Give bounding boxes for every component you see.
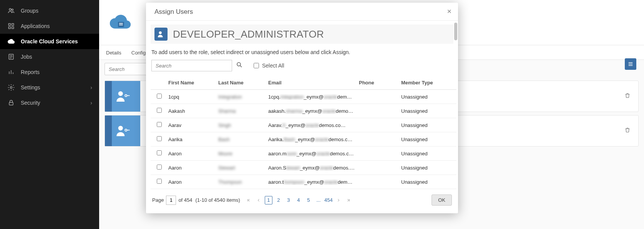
cell-first-name: Aakash <box>168 108 218 114</box>
cell-member-type: Unassigned <box>401 165 447 171</box>
first-page-icon[interactable] <box>245 196 252 204</box>
row-checkbox[interactable] <box>157 179 162 184</box>
cell-member-type: Unassigned <box>401 179 447 185</box>
cell-member-type: Unassigned <box>401 94 447 100</box>
modal-title: Assign Users <box>154 8 193 15</box>
page-link-1[interactable]: 1 <box>265 196 272 204</box>
cell-last-name: Stewart <box>218 165 268 171</box>
cell-first-name: Aarav <box>168 122 218 128</box>
cell-email: aaron.moore_eymx@oracledemos.c… <box>268 151 355 157</box>
col-last-name: Last Name <box>218 80 268 86</box>
modal-instruction: To add users to the role, select indirec… <box>146 44 458 60</box>
row-checkbox[interactable] <box>157 165 162 170</box>
row-checkbox[interactable] <box>157 94 162 99</box>
select-all-label: Select All <box>262 63 284 69</box>
col-member-type: Member Type <box>401 80 447 86</box>
select-all-checkbox[interactable] <box>254 63 259 68</box>
next-page-icon[interactable] <box>335 196 342 204</box>
page-input[interactable] <box>166 196 176 205</box>
modal-search-input[interactable] <box>151 60 232 71</box>
row-checkbox[interactable] <box>157 150 162 155</box>
modal-header: Assign Users ✕ <box>146 3 458 21</box>
users-table: First Name Last Name Email Phone Member … <box>151 76 456 189</box>
table-row: AaronThompsonaaron.thompson_eymx@oracled… <box>151 175 456 189</box>
modal-footer: Page of 454 (1-10 of 4540 items) 1 2 3 4… <box>146 189 458 213</box>
col-phone: Phone <box>359 80 401 86</box>
cell-email: Aarika.Bash_eymx@oracledemos.co… <box>268 137 355 142</box>
assign-users-modal: Assign Users ✕ DEVELOPER_ADMINISTRATOR T… <box>146 3 458 213</box>
table-row: AakashSharmaaakash.sharma_eymx@oracledem… <box>151 104 456 118</box>
cell-first-name: Aaron <box>168 179 218 185</box>
table-row: AaravSinghAarav.S_eymx@oracledemos.co…Un… <box>151 118 456 132</box>
cell-first-name: 1cpq <box>168 94 218 100</box>
cell-email: Aarav.S_eymx@oracledemos.co… <box>268 122 355 128</box>
table-row: AaronStewartAaron.Stewart_eymx@oracledem… <box>151 161 456 175</box>
page-link-last[interactable]: 454 <box>325 196 332 204</box>
cell-member-type: Unassigned <box>401 151 447 157</box>
cell-email: aaron.thompson_eymx@oracledem… <box>268 179 355 185</box>
row-checkbox[interactable] <box>157 122 162 127</box>
page-link-4[interactable]: 4 <box>295 196 302 204</box>
cell-last-name: Moore <box>218 151 268 157</box>
search-icon[interactable] <box>236 61 243 70</box>
page-link-5[interactable]: 5 <box>305 196 312 204</box>
row-checkbox[interactable] <box>157 136 162 141</box>
svg-point-24 <box>159 31 162 34</box>
role-name: DEVELOPER_ADMINISTRATOR <box>173 28 324 40</box>
table-row: AaronMooreaaron.moore_eymx@oracledemos.c… <box>151 147 456 161</box>
scrollbar-thumb[interactable] <box>454 23 457 40</box>
role-icon <box>154 28 168 41</box>
pager: 1 2 3 4 5 ... 454 <box>245 196 352 204</box>
cell-email: aakash.sharma_eymx@oracledemo… <box>268 108 355 114</box>
cell-last-name: Integration <box>218 94 268 100</box>
cell-last-name: Thompson <box>218 179 268 185</box>
cell-member-type: Unassigned <box>401 108 447 114</box>
select-all[interactable]: Select All <box>254 63 284 69</box>
cell-last-name: Bash <box>218 137 268 142</box>
page-of: of 454 <box>178 197 192 203</box>
col-first-name: First Name <box>168 80 218 86</box>
svg-point-25 <box>237 63 241 66</box>
cell-last-name: Sharma <box>218 108 268 114</box>
page-ellipsis: ... <box>315 196 322 204</box>
svg-line-26 <box>240 66 242 67</box>
table-row: AarikaBashAarika.Bash_eymx@oracledemos.c… <box>151 132 456 147</box>
modal-search-row: Select All <box>146 60 458 76</box>
page-link-2[interactable]: 2 <box>275 196 282 204</box>
cell-email: 1cpq.integration_eymx@oracledem… <box>268 94 355 100</box>
role-band: DEVELOPER_ADMINISTRATOR <box>151 25 453 44</box>
page-link-3[interactable]: 3 <box>285 196 292 204</box>
cell-member-type: Unassigned <box>401 122 447 128</box>
cell-member-type: Unassigned <box>401 137 447 142</box>
cell-first-name: Aaron <box>168 165 218 171</box>
cell-first-name: Aarika <box>168 137 218 142</box>
page-label: Page <box>152 197 164 203</box>
table-row: 1cpqIntegration1cpq.integration_eymx@ora… <box>151 90 456 104</box>
page-range: (1-10 of 4540 items) <box>196 197 240 203</box>
cell-email: Aaron.Stewart_eymx@oracledemos.… <box>268 165 355 171</box>
ok-button[interactable]: OK <box>432 194 452 206</box>
prev-page-icon[interactable] <box>255 196 262 204</box>
row-checkbox[interactable] <box>157 108 162 113</box>
close-icon[interactable]: ✕ <box>447 8 452 15</box>
last-page-icon[interactable] <box>345 196 352 204</box>
cell-first-name: Aaron <box>168 151 218 157</box>
cell-last-name: Singh <box>218 122 268 128</box>
modal-overlay: Assign Users ✕ DEVELOPER_ADMINISTRATOR T… <box>0 0 644 229</box>
col-email: Email <box>268 80 359 86</box>
table-header: First Name Last Name Email Phone Member … <box>151 76 456 90</box>
